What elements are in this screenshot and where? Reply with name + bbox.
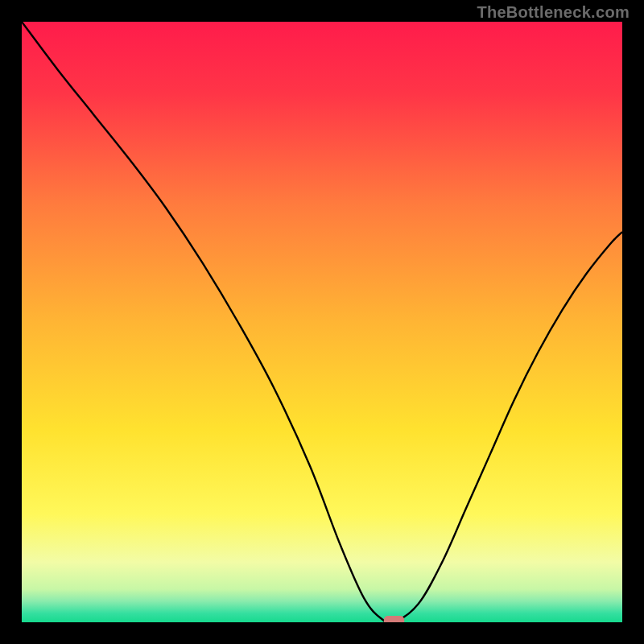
watermark-text: TheBottleneck.com <box>477 3 630 22</box>
bottleneck-chart <box>22 22 622 622</box>
plot-area <box>22 22 622 622</box>
chart-frame: TheBottleneck.com <box>0 0 644 644</box>
gradient-background <box>22 22 622 622</box>
optimal-marker <box>384 616 404 622</box>
